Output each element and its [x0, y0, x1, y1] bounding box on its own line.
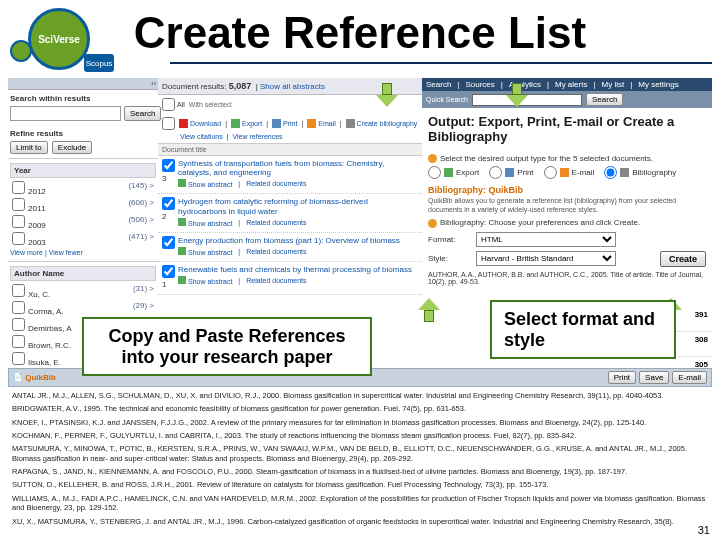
year-check[interactable]: [12, 232, 25, 245]
author-check[interactable]: [12, 284, 25, 297]
show-all-link[interactable]: Show all abstracts: [260, 82, 325, 91]
results-column: Document results: 5,087 | Show all abstr…: [158, 78, 422, 295]
output-options: Export Print E-mail Bibliography: [428, 166, 706, 179]
bib-icon: [620, 168, 629, 177]
arrow-down-2: [506, 83, 528, 109]
year-check[interactable]: [12, 215, 25, 228]
show-abstract[interactable]: Show abstract: [178, 247, 232, 256]
ref-item: KNOEF, I., PTASINSKI, K.J. and JANSSEN, …: [12, 418, 708, 428]
view-citations[interactable]: View citations: [180, 133, 223, 140]
opt-print[interactable]: Print: [489, 166, 533, 179]
search-within-input[interactable]: [10, 106, 121, 121]
facet-year-row[interactable]: 2003(471) >: [10, 231, 156, 248]
quick-search-button[interactable]: Search: [586, 93, 623, 106]
author-check[interactable]: [12, 301, 25, 314]
show-abstract[interactable]: Show abstract: [178, 276, 232, 285]
author-check[interactable]: [12, 318, 25, 331]
quickbib-note: QuikBib allows you to generate a referen…: [428, 197, 706, 214]
year-check[interactable]: [12, 181, 25, 194]
title-rule: [170, 62, 712, 64]
related-docs[interactable]: Related documents: [246, 180, 306, 187]
result-title[interactable]: Energy production from biomass (part 1):…: [178, 236, 418, 245]
create-button[interactable]: Create: [660, 251, 706, 267]
opt-bib[interactable]: Bibliography: [604, 166, 676, 179]
arrow-down-1: [376, 83, 398, 109]
facet-year-more[interactable]: View more | View fewer: [10, 249, 83, 256]
related-docs[interactable]: Related documents: [246, 219, 306, 226]
result-check[interactable]: [162, 197, 175, 210]
result-title[interactable]: Synthesis of transportation fuels from b…: [178, 159, 418, 177]
qb-save[interactable]: Save: [639, 371, 669, 384]
result-row: 2 Hydrogen from catalytic reforming of b…: [158, 194, 422, 232]
exclude-button[interactable]: Exclude: [52, 141, 92, 154]
email-icon: [560, 168, 569, 177]
sciverse-logo: SciVerse: [28, 8, 90, 70]
facet-year-row[interactable]: 2011(606) >: [10, 197, 156, 214]
ref-item: WILLIAMS, A., M.J., FADI A.P.C., HAMELIN…: [12, 494, 708, 514]
nav-collapse[interactable]: ‹‹: [8, 78, 158, 90]
year-check[interactable]: [12, 198, 25, 211]
email-icon: [307, 119, 316, 128]
related-docs[interactable]: Related documents: [246, 248, 306, 255]
arrow-up-1: [418, 296, 440, 322]
all-label: All: [177, 101, 185, 108]
qb-print[interactable]: Print: [608, 371, 636, 384]
output-panel: Search| Sources| Analytics| My alerts| M…: [422, 78, 712, 290]
ref-item: XU, X., MATSUMURA, Y., STENBERG, J. and …: [12, 517, 708, 527]
facet-year-row[interactable]: 2009(506) >: [10, 214, 156, 231]
abstract-icon: [178, 247, 186, 255]
show-abstract[interactable]: Show abstract: [178, 218, 232, 227]
view-refs[interactable]: View references: [233, 133, 283, 140]
limit-to-button[interactable]: Limit to: [10, 141, 48, 154]
quick-search-label: Quick Search: [426, 96, 468, 103]
facet-year: Year 2012(145) > 2011(606) > 2009(506) >…: [8, 158, 158, 261]
ref-item: KOCHMAN, F., PERNER, F., GULYURTLU, I. a…: [12, 431, 708, 441]
quickbib-title: Bibliography: QuikBib: [428, 185, 706, 195]
result-check[interactable]: [162, 236, 175, 249]
result-check[interactable]: [162, 265, 175, 278]
facet-author-row[interactable]: Xu, C.(31) >: [10, 283, 156, 300]
page-title: Create Reference List: [0, 0, 720, 62]
search-within-button[interactable]: Search: [124, 106, 161, 121]
ref-item: BRIDGWATER, A.V., 1995. The technical an…: [12, 404, 708, 414]
bib-action[interactable]: Create bibliography: [346, 119, 418, 128]
author-check[interactable]: [12, 352, 25, 365]
show-abstract[interactable]: Show abstract: [178, 179, 232, 188]
nav-sources[interactable]: Sources: [465, 80, 494, 89]
select-all-check[interactable]: [162, 98, 175, 111]
style-preview: AUTHOR, A.A., AUTHOR, B.B. and AUTHOR, C…: [428, 271, 706, 286]
callout-right: Select format and style: [490, 300, 676, 359]
style-select[interactable]: Harvard - British Standard: [476, 251, 616, 266]
top-nav: Search| Sources| Analytics| My alerts| M…: [422, 78, 712, 91]
download-action[interactable]: Download: [179, 119, 221, 128]
opt-export[interactable]: Export: [428, 166, 479, 179]
callout-left: Copy and Paste References into your rese…: [82, 317, 372, 376]
style-label: Style:: [428, 254, 470, 263]
nav-search[interactable]: Search: [426, 80, 451, 89]
result-title[interactable]: Renewable fuels and chemicals by thermal…: [178, 265, 418, 274]
author-check[interactable]: [12, 335, 25, 348]
page-check[interactable]: [162, 117, 175, 130]
print-action[interactable]: Print: [272, 119, 297, 128]
qb-email[interactable]: E-mail: [672, 371, 707, 384]
refine-title: Refine results: [10, 129, 156, 138]
result-check[interactable]: [162, 159, 175, 172]
search-within: Search within results Search: [8, 90, 158, 125]
output-step1: Select the desired output type for the 5…: [428, 154, 706, 163]
nav-settings[interactable]: My settings: [638, 80, 678, 89]
facet-year-title: Year: [10, 163, 156, 178]
nav-mylist[interactable]: My list: [602, 80, 625, 89]
result-title[interactable]: Hydrogen from catalytic reforming of bio…: [178, 197, 418, 215]
email-action[interactable]: Email: [307, 119, 336, 128]
export-action[interactable]: Export: [231, 119, 262, 128]
quickbib-logo: 📄 QuikBib: [13, 373, 56, 382]
facet-year-row[interactable]: 2012(145) >: [10, 180, 156, 197]
facet-author-row[interactable]: Corma, A.(29) >: [10, 300, 156, 317]
quick-search: Quick Search Search: [422, 91, 712, 108]
format-select[interactable]: HTML: [476, 232, 616, 247]
related-docs[interactable]: Related documents: [246, 277, 306, 284]
opt-email[interactable]: E-mail: [544, 166, 595, 179]
tool-row-2: Download| Export| Print| Email| Create b…: [158, 114, 422, 133]
output-heading: Output: Export, Print, E-mail or Create …: [422, 108, 712, 146]
nav-alerts[interactable]: My alerts: [555, 80, 587, 89]
